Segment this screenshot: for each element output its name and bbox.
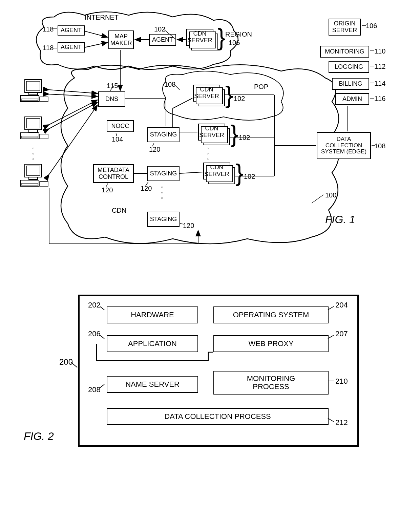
fig2-caption: FIG. 2 <box>24 430 54 443</box>
cdn-server-pop: CDN SERVER <box>193 85 220 102</box>
vdots-2: ○○○ <box>161 185 163 201</box>
nameserver-ref: 208 <box>88 385 101 394</box>
svg-rect-7 <box>26 119 40 128</box>
pc-icon-1 <box>19 78 49 105</box>
hardware-ref: 202 <box>88 301 101 310</box>
svg-line-33 <box>49 94 98 97</box>
metadata-ref: 120 <box>102 186 113 194</box>
svg-line-36 <box>49 105 98 174</box>
svg-rect-8 <box>29 130 38 132</box>
os-ref: 204 <box>335 301 348 310</box>
region-ref: 106 <box>229 39 240 47</box>
svg-rect-5 <box>40 97 48 102</box>
svg-line-61 <box>100 335 104 339</box>
svg-line-60 <box>328 306 334 310</box>
cdn-server-region: CDN SERVER <box>186 29 213 46</box>
svg-rect-4 <box>21 99 38 101</box>
pop-brace: } <box>225 83 233 107</box>
staging-ref-2: 120 <box>141 185 152 192</box>
metadata-control-box: METADATA CONTROL <box>93 164 134 183</box>
region-brace: } <box>217 25 225 49</box>
svg-rect-14 <box>29 177 38 179</box>
staging-ref-1: 120 <box>149 146 160 153</box>
staging-box-1: STAGING <box>147 127 180 142</box>
figure-2: HARDWARE OPERATING SYSTEM APPLICATION WE… <box>14 295 373 457</box>
cdn-server-mid-ref: 102 <box>239 134 250 142</box>
svg-rect-2 <box>29 92 38 95</box>
admin-ref: 116 <box>374 95 385 103</box>
svg-line-50 <box>312 195 323 203</box>
logging-box: LOGGING <box>329 61 369 73</box>
svg-line-63 <box>100 384 104 388</box>
figure-1: INTERNET AGENT 118 AGENT 118 MAP MAKER A… <box>14 7 406 251</box>
svg-line-58 <box>71 362 77 367</box>
agent-ref-1: 118 <box>42 25 54 33</box>
billing-box: BILLING <box>332 78 369 90</box>
staging-box-2: STAGING <box>147 166 180 181</box>
svg-line-18 <box>85 31 108 37</box>
pc-icon-3 <box>19 163 49 190</box>
svg-line-32 <box>49 90 98 93</box>
svg-rect-10 <box>21 136 38 138</box>
nocc-box: NOCC <box>107 120 134 132</box>
cdn-server-bot-ref: 102 <box>244 173 255 180</box>
dns-ref: 115 <box>107 82 118 90</box>
pop-server-ref: 102 <box>234 95 245 103</box>
svg-rect-17 <box>40 182 48 186</box>
pop-label: POP <box>254 83 268 91</box>
svg-rect-11 <box>40 134 48 139</box>
monitoring-box: MONITORING <box>320 46 369 58</box>
application-ref: 206 <box>88 330 101 338</box>
monitoring-ref: 110 <box>374 47 385 55</box>
mid-brace: } <box>230 122 238 146</box>
svg-line-19 <box>85 42 108 47</box>
svg-line-34 <box>49 100 98 125</box>
svg-line-65 <box>328 418 334 422</box>
fig1-caption: FIG. 1 <box>325 213 355 226</box>
map-maker-box: MAP MAKER <box>108 30 134 49</box>
data-collection-box: DATA COLLECTION SYSTEM (EDGE) <box>317 132 371 159</box>
staging-ref-3: 120 <box>183 222 194 230</box>
internet-label: INTERNET <box>85 14 119 21</box>
pc-icon-2 <box>19 115 49 142</box>
pop-ref: 108 <box>164 81 175 88</box>
cdn-server-mid: CDN SERVER <box>198 124 225 141</box>
webproxy-ref: 207 <box>335 330 348 338</box>
vdots-1: ○○○ <box>207 146 209 162</box>
datacollection-ref: 212 <box>335 418 348 427</box>
svg-rect-1 <box>26 81 40 91</box>
staging-box-3: STAGING <box>147 212 180 227</box>
pc-vdots: ○○○ <box>32 146 34 162</box>
logging-ref: 112 <box>374 63 385 70</box>
data-collection-ref: 108 <box>374 142 385 150</box>
agent-box-3: AGENT <box>149 34 176 46</box>
bot-brace: } <box>235 161 243 185</box>
agent-ref-3: 102 <box>154 25 165 33</box>
agent-box-2: AGENT <box>58 42 85 52</box>
monitoring-ref: 210 <box>335 377 348 386</box>
origin-ref: 106 <box>366 22 377 30</box>
svg-line-59 <box>100 306 104 310</box>
svg-line-35 <box>49 102 98 129</box>
region-label: REGION <box>225 30 252 38</box>
cdn-server-bot: CDN SERVER <box>203 163 230 179</box>
svg-line-62 <box>328 335 334 339</box>
fig2-leads <box>14 295 373 457</box>
dns-box: DNS <box>98 91 125 107</box>
billing-ref: 114 <box>374 80 385 87</box>
nocc-ref: 104 <box>112 135 123 143</box>
agent-ref-2: 118 <box>42 44 54 52</box>
svg-line-43 <box>180 172 203 173</box>
svg-rect-16 <box>21 184 38 185</box>
agent-box-1: AGENT <box>58 25 85 36</box>
system-ref: 100 <box>325 191 336 199</box>
cdn-label: CDN <box>112 207 126 214</box>
svg-line-41 <box>173 98 192 108</box>
admin-box: ADMIN <box>335 93 369 105</box>
svg-rect-13 <box>26 166 40 175</box>
origin-server-box: ORIGIN SERVER <box>329 19 361 36</box>
